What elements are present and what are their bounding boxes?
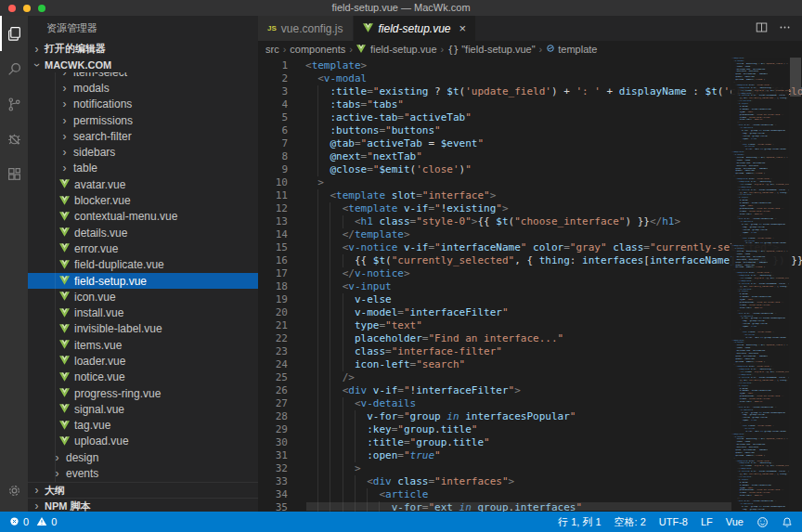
explorer-icon[interactable] [0,16,28,51]
code-line[interactable]: 15<v-notice v-if="interfaceName" color="… [258,241,802,254]
code-line[interactable]: 33<div class="interfaces"> [258,475,802,488]
tree-item-file[interactable]: blocker.vue [28,192,258,208]
code-line[interactable]: 21type="text" [258,319,802,332]
code-line[interactable]: 9@close="$emit('close')" [258,163,802,176]
tree-item-folder[interactable]: ›permissions [28,112,258,128]
tree-item-folder[interactable]: ›table [28,161,258,176]
code-line[interactable]: 3:title="existing ? $t('update_field') +… [258,85,802,98]
tree-item-folder[interactable]: ›search-filter [28,128,258,144]
settings-gear-icon[interactable] [0,473,28,508]
code-line[interactable]: 4:tabs="tabs" [258,98,802,111]
code-line[interactable]: 30:title="group.title" [258,436,802,449]
code-editor[interactable]: 1<template>2<v-modal3:title="existing ? … [258,58,802,512]
section-outline[interactable]: › 大纲 [28,482,258,498]
cursor-position[interactable]: 行 1, 列 1 [558,515,601,529]
code-line[interactable]: 19v-else [258,293,802,306]
tree-item-folder[interactable]: ›sidebars [28,144,258,160]
scrollbar-thumb[interactable] [790,58,801,97]
source-control-icon[interactable] [0,86,28,122]
breadcrumb-components[interactable]: components [290,44,345,55]
code-line[interactable]: 8@next="nextTab" [258,150,802,163]
tree-item-folder[interactable]: ›item-select [28,72,258,80]
code-line[interactable]: 18<v-input [258,280,802,293]
breadcrumb-module[interactable]: {} "field-setup.vue" [447,44,535,55]
line-number: 8 [258,150,288,163]
tree-item-file[interactable]: icon.vue [28,289,258,305]
code-line[interactable]: 29:key="group.title" [258,423,802,436]
section-project[interactable]: › MACWK.COM [28,57,258,72]
notifications-bell-icon[interactable] [782,516,793,528]
code-line[interactable]: 24icon-left="search" [258,358,802,371]
section-npm-scripts[interactable]: › NPM 脚本 [28,498,258,512]
tree-item-file[interactable]: tag.vue [28,418,258,434]
tree-item-file[interactable]: upload.vue [28,434,258,449]
code-line[interactable]: 20v-model="interfaceFilter" [258,306,802,319]
tree-item-folder[interactable]: ›modals [28,80,258,96]
section-open-editors[interactable]: › 打开的编辑器 [28,41,258,57]
code-line[interactable]: 6:buttons="buttons" [258,124,802,137]
tree-item-file[interactable]: install.vue [28,305,258,320]
vue-file-icon [59,404,71,414]
tree-item-file[interactable]: signal.vue [28,401,258,417]
tree-item-file[interactable]: avatar.vue [28,176,258,192]
breadcrumb-src[interactable]: src [265,44,279,55]
tree-item-file[interactable]: items.vue [28,337,258,353]
tree-item-file[interactable]: invisible-label.vue [28,321,258,337]
encoding-setting[interactable]: UTF-8 [659,516,688,527]
code-line[interactable]: 25/> [258,371,802,384]
feedback-smiley-icon[interactable] [757,516,769,528]
close-window-button[interactable] [8,5,16,12]
code-line[interactable]: 27<v-details [258,397,802,410]
tree-item-file[interactable]: loader.vue [28,353,258,369]
code-line[interactable]: 2<v-modal [258,72,802,85]
tab-field-setup-vue[interactable]: field-setup.vue × [354,16,477,41]
code-line[interactable]: 7@tab="activeTab = $event" [258,137,802,150]
code-line[interactable]: 16{{ $t("currently_selected", { thing: i… [258,254,802,267]
breadcrumb-template-symbol[interactable]: template [546,44,597,55]
code-line[interactable]: 34<article [258,488,802,501]
tab-vue-config-js[interactable]: JS vue.config.js [258,16,354,41]
code-line[interactable]: 17</v-notice> [258,267,802,280]
code-line[interactable]: 14</template> [258,228,802,241]
code-line[interactable]: 28v-for="group in interfacesPopular" [258,410,802,423]
tree-item-file[interactable]: field-setup.vue [28,273,258,289]
horizontal-scrollbar[interactable] [306,502,731,511]
extensions-icon[interactable] [0,157,28,192]
minimize-window-button[interactable] [23,5,31,12]
zoom-window-button[interactable] [38,5,45,12]
tree-item-file[interactable]: contextual-menu.vue [28,209,258,225]
code-line[interactable]: 31:open="true" [258,449,802,462]
tree-item-file[interactable]: notice.vue [28,370,258,385]
code-line[interactable]: 10> [258,176,802,189]
code-line[interactable]: 13<h1 class="style-0">{{ $t("choose_inte… [258,215,802,228]
minimap[interactable]: <template><v-modal:title="existing ? $t(… [731,58,789,512]
code-line[interactable]: 1<template> [258,59,802,72]
language-mode[interactable]: Vue [726,516,744,527]
tree-item-file[interactable]: details.vue [28,225,258,240]
close-tab-icon[interactable]: × [459,22,467,34]
tree-item-file[interactable]: progress-ring.vue [28,385,258,401]
more-actions-icon[interactable] [779,20,791,37]
code-line[interactable]: 5:active-tab="activeTab" [258,111,802,124]
code-line[interactable]: 11<template slot="interface"> [258,189,802,202]
split-editor-icon[interactable] [756,20,768,37]
eol-setting[interactable]: LF [701,516,713,527]
code-line[interactable]: 32> [258,462,802,475]
tree-item-folder[interactable]: ›notifications [28,97,258,112]
search-icon[interactable] [0,51,28,86]
chevron-right-icon: › [59,130,70,143]
indentation-setting[interactable]: 空格: 2 [614,515,646,529]
code-line[interactable]: 23class="interface-filter" [258,345,802,358]
breadcrumb-file[interactable]: field-setup.vue [356,44,437,55]
problems-indicator[interactable]: 0 0 [9,516,57,528]
code-line[interactable]: 26<div v-if="!interfaceFilter"> [258,384,802,397]
chevron-right-icon: › [32,43,42,56]
tree-item-folder[interactable]: ›events [28,465,258,481]
tree-item-file[interactable]: error.vue [28,240,258,256]
debug-icon[interactable] [0,122,28,157]
code-line[interactable]: 12<template v-if="!existing"> [258,202,802,215]
tree-item-file[interactable]: field-duplicate.vue [28,257,258,273]
vertical-scrollbar[interactable] [789,58,802,512]
tree-item-folder[interactable]: ›design [28,449,258,465]
code-line[interactable]: 22placeholder="Find an interface..." [258,332,802,345]
